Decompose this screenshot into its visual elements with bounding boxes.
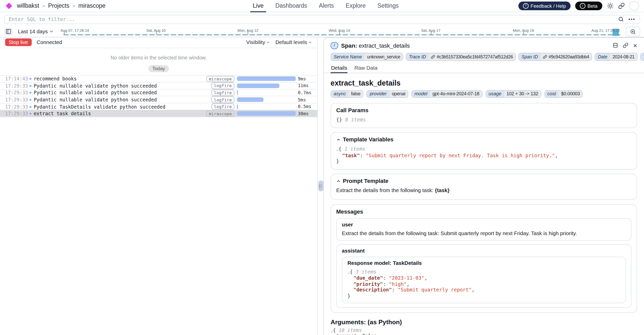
user-message-card: user Extract the details from the follow… <box>336 218 631 240</box>
tab-settings[interactable]: Settings <box>377 0 399 12</box>
app: willbakst > Projects > mirascope LiveDas… <box>0 0 644 335</box>
breadcrumb-project-name[interactable]: mirascope <box>78 3 105 9</box>
info-circle-icon: i <box>580 3 585 9</box>
log-tag-badge: mirascope <box>206 110 234 117</box>
meta-badge-service-name[interactable]: Service Nameunknown_service <box>331 53 403 61</box>
breadcrumb-projects[interactable]: Projects <box>48 3 69 9</box>
log-row[interactable]: 17:29:33◆Pydantic nullable validate_pyth… <box>0 97 317 103</box>
visibility-dropdown[interactable]: Visibility <box>246 39 270 45</box>
chevron-down-icon <box>308 40 312 44</box>
time-range-select[interactable]: Last 14 days <box>18 29 54 34</box>
default-levels-dropdown[interactable]: Default levels <box>275 39 312 45</box>
span-tab-raw-data[interactable]: Raw Data <box>354 65 378 72</box>
duration-label: 11ms <box>298 83 315 88</box>
log-row[interactable]: 17:29:33◆Pydantic nullable validate_pyth… <box>0 82 317 89</box>
code-line: "task": "Submit quarterly report by next… <box>336 152 631 158</box>
tab-explore[interactable]: Explore <box>346 0 366 12</box>
duration-bar-track <box>237 111 296 116</box>
sidebar-toggle-icon[interactable] <box>4 28 13 35</box>
span-meta-badges: Service Nameunknown_serviceTrace ID#c3b5… <box>324 51 644 64</box>
template-variables-heading[interactable]: Template Variables <box>336 136 631 142</box>
code-line: ⌄{ 3 items <box>347 269 620 275</box>
badge-value: #9c942620aa93dbb4 <box>540 53 592 60</box>
code-line: "description": "Submit quarterly report"… <box>347 287 620 293</box>
attr-badge-usage[interactable]: usage102 + 30 -> 132 <box>485 90 541 98</box>
close-icon[interactable]: ✕ <box>633 43 637 48</box>
log-row[interactable]: 17:29:33◆extract_task_detailsmirascope30… <box>0 110 317 117</box>
code-line: {} 0 items <box>336 117 631 123</box>
tab-dashboards[interactable]: Dashboards <box>275 0 307 12</box>
beta-label: Beta <box>587 3 597 9</box>
theme-toggle-icon[interactable] <box>607 3 613 9</box>
badge-label: Time span <box>641 53 644 60</box>
panel-layout-icon[interactable] <box>612 43 618 48</box>
badge-value: $0.00003 <box>559 90 582 97</box>
logo-diamond-icon[interactable] <box>6 3 12 9</box>
duration-bar <box>237 77 296 81</box>
ellipsis-menu-icon[interactable]: ••• <box>628 17 635 22</box>
badge-label: Date <box>595 53 610 60</box>
feedback-help-button[interactable]: ? Feedback / Help <box>518 2 571 10</box>
span-detail-scroll[interactable]: extract_task_details asyncfalseprovidero… <box>324 73 644 335</box>
span-diamond-icon: ◆ <box>29 104 32 109</box>
meta-badge-date[interactable]: Date2024-08-21 <box>595 53 638 61</box>
sql-filter-input[interactable]: Enter SQL to filter... ••• <box>4 15 640 24</box>
badge-value: 102 + 30 -> 132 <box>504 90 541 97</box>
search-icon[interactable] <box>618 16 624 22</box>
log-tag-badge: logfire <box>211 97 234 103</box>
magnifier-plus-icon <box>630 28 636 35</box>
meta-badge-time-span[interactable]: Time span17:29:33.917 to 17:29:33.946 <box>640 53 644 61</box>
stop-live-button[interactable]: Stop live <box>5 39 31 46</box>
attr-badge-provider[interactable]: provideropenai <box>367 90 408 98</box>
prompt-template-heading[interactable]: Prompt Template <box>336 178 631 184</box>
meta-badge-trace-id[interactable]: Trace ID#c3b5157330ea5c1fd4572747af512d2… <box>406 53 516 61</box>
duration-label: 0.5ms <box>298 104 315 109</box>
badge-value: 2024-08-21 <box>610 53 637 60</box>
call-params-heading: Call Params <box>336 107 631 113</box>
log-name: recommend_books <box>34 76 77 82</box>
response-model-title: Response model: TaskDetails <box>347 260 620 266</box>
badge-value: openai <box>389 90 408 97</box>
log-row[interactable]: 17:14:43◆recommend_booksmirascope9ms <box>0 76 317 82</box>
visibility-label: Visibility <box>246 39 265 45</box>
attr-badge-model[interactable]: modelgpt-4o-mini-2024-07-18 <box>411 90 482 98</box>
duration-label: 0.7ms <box>298 90 315 95</box>
log-tag-badge: logfire <box>211 89 234 96</box>
duration-label: 9ms <box>298 76 315 81</box>
span-attribute-badges: asyncfalseprovideropenaimodelgpt-4o-mini… <box>331 90 637 98</box>
timeline-tick-label: Aug 21, 17:26:14 <box>591 28 620 33</box>
code-line: } <box>336 158 631 164</box>
duration-bar <box>237 83 279 88</box>
timeline[interactable]: Aug 07, 17:26:14Sat, Aug 10Mon, Aug 12We… <box>61 26 621 37</box>
chevron-down-icon <box>266 40 270 44</box>
copy-link-icon[interactable] <box>623 43 628 48</box>
log-row[interactable]: 17:29:33◆Pydantic TaskDetails validate_p… <box>0 103 317 110</box>
log-row[interactable]: 17:29:33◆Pydantic nullable validate_pyth… <box>0 89 317 96</box>
chevron-up-icon <box>336 179 341 183</box>
span-tabs: DetailsRaw Data <box>324 64 644 73</box>
log-name: Pydantic nullable validate_python succee… <box>34 83 157 89</box>
attr-badge-async[interactable]: asyncfalse <box>331 90 364 98</box>
messages-heading: Messages <box>336 208 631 214</box>
zoom-in-button[interactable] <box>626 27 640 36</box>
breadcrumb-separator: > <box>72 3 75 9</box>
log-name: extract_task_details <box>34 111 91 117</box>
user-avatar[interactable] <box>629 1 639 11</box>
prompt-template-text: Extract the details from the following t… <box>336 187 631 193</box>
badge-label: async <box>331 90 348 97</box>
resize-grip-handle[interactable] <box>318 181 323 192</box>
tab-live[interactable]: Live <box>253 0 264 12</box>
code-line: "priority": "high", <box>347 281 620 287</box>
tab-alerts[interactable]: Alerts <box>319 0 334 12</box>
span-tab-details[interactable]: Details <box>331 65 348 72</box>
breadcrumb-org[interactable]: willbakst <box>17 3 39 9</box>
share-link-icon[interactable] <box>618 3 625 9</box>
duration-label: 5ms <box>298 97 315 102</box>
meta-badge-span-id[interactable]: Span ID#9c942620aa93dbb4 <box>519 53 592 61</box>
badge-value: false <box>348 90 363 97</box>
default-levels-label: Default levels <box>275 39 307 45</box>
beta-badge[interactable]: i Beta <box>575 2 602 10</box>
log-timestamp: 17:29:33 <box>5 111 29 117</box>
attr-badge-cost[interactable]: cost$0.00003 <box>544 90 583 98</box>
duration-bar <box>237 104 238 109</box>
